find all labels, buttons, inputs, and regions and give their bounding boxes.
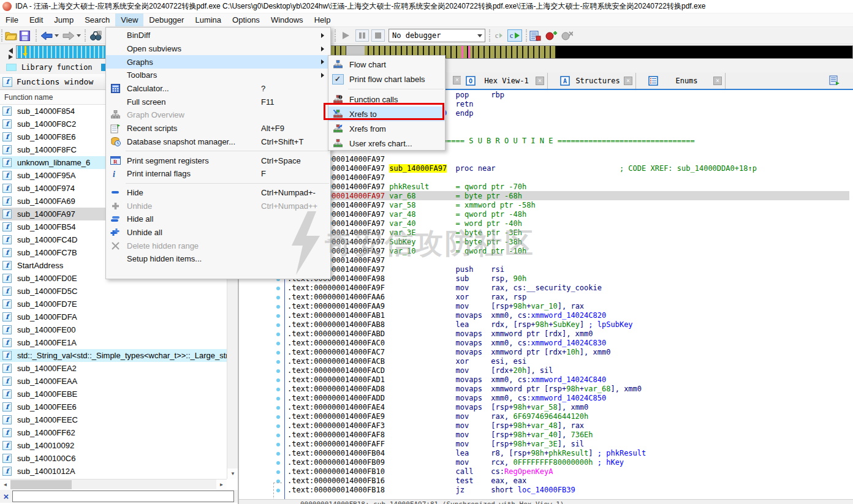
view-menu-item-unhide[interactable]: UnhideCtrl+Numpad++ [106,199,330,213]
view-menu-item-open-subviews[interactable]: Open subviews [106,42,330,56]
function-row[interactable]: fstd::_String_val<std::_Simple_types<wch… [0,349,227,362]
menubar-item-lumina[interactable]: Lumina [189,13,227,26]
disasm-line[interactable]: .text:000000014000FA97 SubKey = byte ptr… [287,238,757,247]
navband-scroll-right-icon[interactable] [9,55,13,59]
navigate-forward-button[interactable] [63,29,75,42]
view-menu-item-graphs[interactable]: Graphs [106,55,330,69]
tab-structures[interactable]: AStructures× [555,73,636,89]
pause-process-button[interactable] [355,29,369,42]
disasm-line[interactable]: .text:000000014000FACB xor esi, esi [287,357,757,366]
disasm-line[interactable]: .text:000000014000FA9F mov rax, cs:__sec… [287,284,757,293]
disasm-line[interactable]: .text:000000014000FAF3 mov [rsp+98h+var_… [287,421,757,431]
toolbar-grip[interactable] [1,29,4,42]
function-row[interactable]: fsub_14001012A [0,465,227,478]
disasm-line[interactable]: .text:000000014000FABD movaps xmmword pt… [287,329,757,339]
view-menu-item-setup-hidden-items[interactable]: Setup hidden items... [106,252,330,266]
scrollbar-thumb[interactable] [10,480,72,489]
functions-filter-input[interactable] [12,491,234,502]
disasm-line[interactable]: .text:000000014000FADD movaps xmm0, cs:x… [287,394,757,403]
disasm-line[interactable]: .text:000000014000FA97 [287,173,757,182]
delete-breakpoint-button[interactable] [561,29,573,42]
search-binary-icon[interactable] [89,29,102,42]
stop-process-button[interactable] [371,29,385,42]
function-row[interactable]: fsub_14000FD7E [0,298,227,310]
menubar-item-view[interactable]: View [115,13,143,26]
back-history-dropdown[interactable] [54,29,59,42]
disasm-line[interactable]: .text:000000014000FAD8 movaps xmmword pt… [287,385,757,394]
disasm-line[interactable]: .text:000000014000FB09 mov rcx, 0FFFFFFF… [287,458,757,467]
forward-history-dropdown[interactable] [76,29,82,42]
tab-hex-view-1[interactable]: OHex View-1× [461,73,548,89]
disasm-line[interactable]: .text:000000014000FA97 [287,256,757,265]
menubar-item-search[interactable]: Search [79,13,115,26]
function-row[interactable]: fsub_14000FD5C [0,285,227,298]
menubar-item-debugger[interactable]: Debugger [143,13,189,26]
view-menu-item-hide-all[interactable]: Hide all [106,213,330,226]
view-menu-item-toolbars[interactable]: Toolbars [106,69,330,82]
graphs-submenu-item-xrefs-from[interactable]: Xrefs from [328,121,445,136]
disasm-line[interactable]: .text:000000014000FAB1 movaps xmm0, cs:x… [287,311,757,320]
function-row[interactable]: fsub_14000FF62 [0,426,227,439]
function-row[interactable]: fsub_14000FEAA [0,375,227,388]
functions-horizontal-scrollbar[interactable]: ◄ ► [0,479,227,489]
view-menu-item-bindiff[interactable]: BinDiff [106,29,330,42]
disasm-line[interactable]: .text:000000014000FA98 sub rsp, 90h [287,274,757,284]
tab-close-button[interactable]: × [536,77,544,85]
disasm-line[interactable]: .text:000000014000FA97 push rsi [287,265,757,274]
start-process-button[interactable] [341,29,351,42]
view-menu-item-unhide-all[interactable]: Unhide all [106,226,330,239]
disasm-line[interactable]: .text:000000014000FAA9 mov [rsp+98h+var_… [287,302,757,311]
view-menu-item-delete-hidden-range[interactable]: Delete hidden range [106,239,330,252]
disasm-line[interactable]: .text:000000014000FA97 var_58 = xmmword … [287,201,757,210]
add-breakpoint-button[interactable] [545,29,557,42]
save-button[interactable] [20,29,30,42]
menubar-item-jump[interactable]: Jump [48,13,79,26]
disasm-line[interactable]: .text:000000014000FB18 jz short loc_1400… [287,486,757,495]
disasm-line[interactable]: .text:000000014000FAB8 lea rdx, [rsp+98h… [287,320,757,329]
function-row[interactable]: fsub_14000FEEC [0,413,227,426]
disasm-line[interactable]: .text:000000014000FA97 var_40 = word ptr… [287,219,757,228]
function-row[interactable]: fsub_140010092 [0,439,227,452]
function-row[interactable]: fsub_14000FEA2 [0,362,227,375]
disasm-line[interactable]: .text:000000014000FB16 test eax, eax [287,476,757,486]
scroll-down-icon[interactable]: ▼ [227,468,238,479]
scroll-left-icon[interactable]: ◄ [0,480,10,490]
graphs-submenu-item-flow-chart[interactable]: Flow chart [328,57,445,72]
open-file-button[interactable] [5,29,17,42]
disasm-line[interactable]: .text:000000014000FA97 var_10 = qword pt… [287,247,757,256]
disasm-line[interactable]: .text:000000014000FAC7 movaps xmmword pt… [287,348,757,357]
toolbar-grip[interactable] [85,29,87,42]
attach-process-icon[interactable]: c [493,29,504,42]
view-menu-item-print-internal-flags[interactable]: iPrint internal flagsF [106,167,330,181]
scroll-right-icon[interactable]: ► [216,480,227,490]
disasm-line[interactable]: .text:000000014000FAA6 xor rax, rsp [287,293,757,302]
menubar-item-help[interactable]: Help [309,13,336,26]
view-menu-item-recent-scripts[interactable]: Recent scriptsAlt+F9 [106,122,330,135]
function-row[interactable]: fsub_14000FE1A [0,336,227,349]
disasm-line[interactable]: .text:000000014000FAE4 movaps [rsp+98h+v… [287,403,757,412]
disasm-line[interactable]: .text:000000014000FACD mov [rdx+20h], si… [287,366,757,375]
clear-filter-icon[interactable]: × [0,491,12,502]
tab-enums[interactable]: Enums× [643,73,726,89]
disasm-line[interactable]: .text:000000014000FA97 sub_14000FA97 pro… [287,164,757,173]
debugger-selector[interactable]: No debugger [389,29,485,42]
disasm-line[interactable]: .text:000000014000FA97 var_3E = byte ptr… [287,228,757,238]
view-menu-item-database-snapshot-manager[interactable]: Database snapshot manager...Ctrl+Shift+T [106,135,330,149]
function-row[interactable]: fsub_14000FEBE [0,388,227,401]
view-menu-item-hide[interactable]: HideCtrl+Numpad+- [106,186,330,200]
graphs-submenu-item-user-xrefs-chart[interactable]: User xrefs chart... [328,136,445,151]
view-menu-item-calculator[interactable]: Calculator...? [106,82,330,96]
menubar-item-windows[interactable]: Windows [265,13,309,26]
disasm-line[interactable]: .text:000000014000FAE9 mov rax, 6F697469… [287,412,757,421]
menubar-item-edit[interactable]: Edit [24,13,48,26]
disasm-line[interactable]: .text:000000014000FAD1 movaps xmm0, cs:x… [287,375,757,385]
tab-close-button[interactable]: × [624,77,632,85]
disasm-line[interactable]: .text:000000014000FA97 phkResult = qword… [287,182,757,192]
disasm-line[interactable]: .text:000000014000FAF8 mov [rsp+98h+var_… [287,431,757,440]
disasm-line[interactable]: .text:000000014000FB04 lea r8, [rsp+98h+… [287,449,757,458]
windows-list-icon[interactable] [829,74,840,86]
tab-close-button[interactable]: × [453,76,461,85]
toolbar-grip[interactable] [526,29,528,42]
disasm-line[interactable]: .text:000000014000FAC0 movaps xmm0, cs:x… [287,339,757,348]
function-row[interactable]: fsub_14000FEE6 [0,401,227,413]
